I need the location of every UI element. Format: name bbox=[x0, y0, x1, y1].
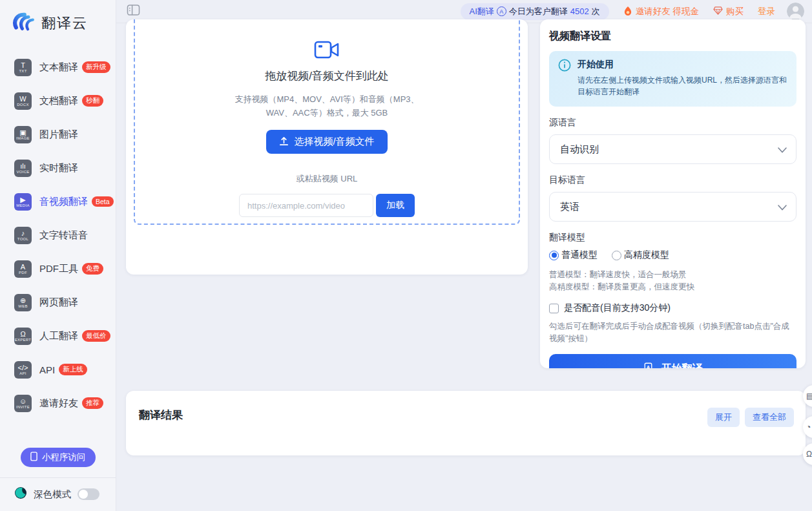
upload-card: 拖放视频/音频文件到此处 支持视频（MP4、MOV、AVI等）和音频（MP3、W… bbox=[126, 19, 528, 275]
dub-help-text: 勾选后可在翻译完成后手动合成配音视频（切换到配音tab点击"合成视频"按钮） bbox=[549, 320, 796, 345]
dropzone-support-text: 支持视频（MP4、MOV、AVI等）和音频（MP3、WAV、AAC等）格式，最大… bbox=[230, 92, 424, 120]
sidebar-item-label: 图片翻译 bbox=[39, 129, 78, 141]
brand-name: 翻译云 bbox=[41, 14, 88, 33]
video-camera-icon bbox=[135, 40, 519, 62]
clock-float-icon: ◔ bbox=[806, 422, 811, 432]
pdf-tools-icon: A PDF bbox=[14, 260, 32, 278]
radio-normal-model[interactable]: 普通模型 bbox=[549, 249, 598, 261]
media-translate-icon: ▶ MEDIA bbox=[14, 193, 32, 211]
start-translate-button[interactable]: A 开始翻译 bbox=[549, 354, 796, 368]
sidebar-item-label: 邀请好友 bbox=[39, 397, 78, 410]
choose-file-button[interactable]: 选择视频/音频文件 bbox=[266, 130, 387, 154]
red-packet-icon bbox=[623, 6, 632, 17]
image-translate-icon: ▣ IMAGE bbox=[14, 126, 32, 143]
translate-results-card: 翻译结果 展开 查看全部 bbox=[126, 391, 806, 455]
api-icon: </> API bbox=[14, 361, 32, 379]
results-title: 翻译结果 bbox=[139, 408, 183, 422]
media-dropzone[interactable]: 拖放视频/音频文件到此处 支持视频（MP4、MOV、AVI等）和音频（MP3、W… bbox=[134, 19, 520, 225]
sidebar-item-label: 文档翻译 bbox=[39, 95, 78, 107]
moon-icon bbox=[14, 486, 27, 502]
sidebar-item-label: 实时翻译 bbox=[39, 162, 78, 174]
buy-link[interactable]: 购买 bbox=[713, 6, 744, 17]
load-url-button[interactable]: 加载 bbox=[376, 194, 415, 217]
daily-translate-stats: AI翻译 A 今日为客户翻译4502次 bbox=[461, 3, 609, 20]
getting-started-info: 开始使用 请先在左侧上传视频文件或输入视频URL，然后选择源语言和目标语言开始翻… bbox=[549, 51, 796, 107]
model-label: 翻译模型 bbox=[549, 232, 796, 244]
sidebar-item-media[interactable]: ▶ MEDIA 音视频翻译 Beta bbox=[0, 189, 116, 214]
info-title: 开始使用 bbox=[578, 59, 787, 70]
sidebar-item-label: 人工翻译 bbox=[39, 330, 78, 342]
ai-circle-icon: A bbox=[497, 6, 506, 16]
web-translate-icon: ⊕ WEB bbox=[14, 294, 32, 311]
sidebar-item-label: 音视频翻译 bbox=[39, 196, 88, 208]
sidebar-item-label: API bbox=[39, 364, 55, 375]
sidebar-item-txt[interactable]: T TXT 文本翻译 新升级 bbox=[0, 54, 116, 80]
invite-friends-link[interactable]: 邀请好友 得现金 bbox=[623, 6, 699, 17]
sidebar-item-label: 文字转语音 bbox=[39, 229, 88, 242]
radio-unselected-icon bbox=[612, 251, 621, 260]
dub-checkbox[interactable] bbox=[549, 304, 559, 313]
document-float-icon: ▤ bbox=[806, 391, 812, 401]
document-translate-icon: W DOCX bbox=[14, 92, 32, 110]
sidebar-collapse-icon[interactable] bbox=[127, 4, 140, 19]
phone-icon bbox=[30, 452, 37, 463]
info-body: 请先在左侧上传视频文件或输入视频URL，然后选择源语言和目标语言开始翻译 bbox=[578, 74, 787, 98]
text-translate-icon: T TXT bbox=[14, 59, 32, 76]
sidebar-item-badge: 推荐 bbox=[82, 397, 103, 409]
target-language-label: 目标语言 bbox=[549, 174, 796, 186]
radio-precise-model[interactable]: 高精度模型 bbox=[612, 249, 669, 261]
upload-icon bbox=[279, 136, 289, 148]
sidebar-item-badge: Beta bbox=[92, 196, 114, 207]
video-translate-settings-panel: 视频翻译设置 开始使用 请先在左侧上传视频文件或输入视频URL，然后选择源语言和… bbox=[540, 19, 806, 368]
view-all-button[interactable]: 查看全部 bbox=[745, 408, 794, 427]
dark-mode-label: 深色模式 bbox=[34, 488, 71, 501]
sidebar-nav: T TXT 文本翻译 新升级 W DOCX 文档翻译 秒翻 ▣ IMAGE 图片… bbox=[0, 54, 116, 416]
headset-float-icon: Ω bbox=[806, 450, 812, 459]
sidebar-item-pdf[interactable]: A PDF PDF工具 免费 bbox=[0, 256, 116, 282]
source-language-label: 源语言 bbox=[549, 117, 796, 129]
sidebar-item-tool[interactable]: ♪ TOOL 文字转语音 bbox=[0, 222, 116, 248]
user-avatar[interactable] bbox=[787, 3, 804, 20]
radio-selected-icon bbox=[549, 251, 559, 260]
dub-checkbox-row[interactable]: 是否配音(目前支持30分钟) bbox=[549, 302, 796, 314]
brand-wave-icon bbox=[12, 12, 36, 35]
dropzone-title: 拖放视频/音频文件到此处 bbox=[135, 68, 519, 83]
realtime-translate-icon: ılı VOICE bbox=[14, 160, 32, 177]
settings-title: 视频翻译设置 bbox=[549, 30, 796, 43]
sidebar-item-expert[interactable]: Ω EXPERT 人工翻译 最低价 bbox=[0, 323, 116, 349]
gem-icon bbox=[713, 6, 723, 17]
expand-button[interactable]: 展开 bbox=[707, 408, 740, 427]
sidebar-item-api[interactable]: </> API API 新上线 bbox=[0, 357, 116, 382]
sidebar-item-web[interactable]: ⊕ WEB 网页翻译 bbox=[0, 289, 116, 315]
human-translate-icon: Ω EXPERT bbox=[14, 328, 32, 345]
sidebar-item-label: 文本翻译 bbox=[39, 61, 78, 74]
info-circle-icon bbox=[558, 59, 571, 98]
miniapp-access-button[interactable]: 小程序访问 bbox=[21, 448, 96, 467]
dark-mode-row: 深色模式 bbox=[0, 477, 116, 511]
sidebar-item-voice[interactable]: ılı VOICE 实时翻译 bbox=[0, 155, 116, 181]
sidebar-item-invite[interactable]: ☺ INVITE 邀请好友 推荐 bbox=[0, 390, 116, 416]
target-language-select[interactable]: 英语 bbox=[549, 192, 796, 222]
brand-logo[interactable]: 翻译云 bbox=[0, 0, 116, 35]
source-language-select[interactable]: 自动识别 bbox=[549, 134, 796, 164]
sidebar-item-badge: 新上线 bbox=[59, 364, 87, 375]
sidebar-footer: 小程序访问 深色模式 bbox=[0, 448, 116, 511]
sidebar-item-badge: 新升级 bbox=[82, 61, 110, 73]
sidebar-item-label: PDF工具 bbox=[39, 263, 78, 275]
sidebar: 翻译云 T TXT 文本翻译 新升级 W DOCX 文档翻译 秒翻 ▣ IMAG… bbox=[0, 0, 116, 511]
translate-icon: A bbox=[643, 362, 655, 368]
sidebar-item-label: 网页翻译 bbox=[39, 297, 78, 309]
chevron-down-icon bbox=[778, 202, 787, 213]
sidebar-item-image[interactable]: ▣ IMAGE 图片翻译 bbox=[0, 121, 116, 147]
dub-label: 是否配音(目前支持30分钟) bbox=[564, 302, 671, 314]
sidebar-item-badge: 最低价 bbox=[82, 330, 110, 342]
svg-text:A: A bbox=[646, 364, 650, 369]
sidebar-item-docx[interactable]: W DOCX 文档翻译 秒翻 bbox=[0, 88, 116, 114]
dark-mode-toggle[interactable] bbox=[78, 488, 99, 500]
login-link[interactable]: 登录 bbox=[758, 6, 775, 17]
video-url-input[interactable] bbox=[239, 194, 373, 217]
url-paste-label: 或粘贴视频 URL bbox=[135, 173, 519, 185]
sidebar-item-badge: 免费 bbox=[82, 263, 103, 275]
sidebar-item-badge: 秒翻 bbox=[82, 95, 103, 107]
text-to-speech-icon: ♪ TOOL bbox=[14, 227, 32, 244]
